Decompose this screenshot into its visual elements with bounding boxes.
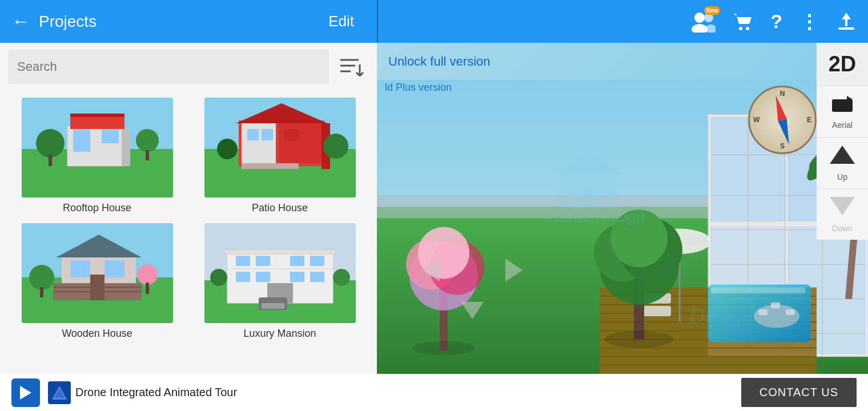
right-controls: 2D Aerial Up Down [817,43,868,240]
svg-rect-127 [832,99,853,112]
svg-rect-21 [146,150,149,160]
svg-rect-62 [224,249,336,254]
compass-needle-north [771,94,787,121]
project-item-patio[interactable]: Patio House [188,93,371,219]
svg-rect-59 [290,272,304,282]
svg-rect-17 [122,129,130,166]
up-label: Up [837,172,847,182]
projects-title: Projects [39,13,328,31]
project-label-patio: Patio House [252,202,308,214]
svg-rect-64 [262,303,284,309]
svg-point-33 [323,134,348,159]
down-icon [830,196,855,221]
svg-point-1 [692,24,708,33]
help-icon[interactable]: ? [770,10,782,33]
unlock-banner[interactable]: Unlock full version [377,43,868,80]
project-item-luxury[interactable]: Luxury Mansion [188,219,371,344]
svg-marker-129 [830,146,855,164]
sort-icon [338,54,365,79]
luxury-mansion-svg [204,223,356,323]
projects-grid: Rooftop House [0,91,377,346]
up-icon [830,144,855,170]
svg-rect-56 [310,256,324,266]
upload-icon[interactable] [836,11,857,32]
cart-icon-svg [733,11,753,32]
svg-point-47 [137,264,158,285]
svg-point-4 [739,27,742,30]
svg-rect-104 [640,306,671,316]
svg-point-45 [29,265,54,290]
down-button[interactable]: Down [817,188,868,240]
svg-rect-97 [758,309,767,315]
project-thumb-luxury [204,223,356,323]
rooftop-house-svg [22,98,173,198]
project-label-rooftop: Rooftop House [63,202,131,214]
svg-point-3 [705,25,716,33]
project-thumb-rooftop [22,98,173,198]
camera-icon-svg [831,95,854,113]
svg-point-65 [210,269,227,286]
up-arrow-svg [830,144,855,165]
compass-circle: N S E W [748,86,817,154]
svg-rect-29 [284,129,299,140]
svg-rect-43 [105,260,124,277]
right-main: Unlock full version ld Plus version [377,43,868,374]
svg-rect-60 [310,272,324,282]
camera-icon [831,94,854,118]
cart-icon[interactable] [733,11,753,32]
svg-point-116 [412,341,475,354]
upload-icon-svg [836,11,857,32]
svg-point-0 [694,13,705,23]
project-label-luxury: Luxury Mansion [243,328,316,340]
svg-rect-44 [90,275,105,300]
people-icon-container[interactable]: New [690,11,716,33]
svg-rect-28 [262,129,273,140]
svg-rect-99 [771,303,780,308]
back-button[interactable]: ← [11,11,30,32]
contact-us-button[interactable]: CONTACT US [741,378,857,407]
search-bar [0,43,377,91]
up-button[interactable]: Up [817,137,868,188]
svg-rect-6 [838,27,854,30]
bottom-ad-bar: Drone Integrated Animated Tour CONTACT U… [0,374,868,411]
svg-rect-48 [146,283,149,294]
header-right: New ? ⋮ [378,10,868,33]
header-left: ← Projects Edit [0,11,377,32]
edit-button[interactable]: Edit [328,13,354,30]
svg-point-32 [217,139,238,159]
aerial-camera-button[interactable]: Aerial [817,86,868,137]
svg-rect-46 [40,287,43,297]
search-input[interactable] [8,50,329,84]
unlock-text: Unlock full version [388,54,491,69]
view-2d-button[interactable]: 2D [817,43,868,86]
project-thumb-wooden [22,223,173,323]
svg-point-109 [610,209,668,267]
svg-point-66 [333,269,350,286]
ad-logo [48,381,71,404]
aerial-label: Aerial [832,120,853,130]
top-header: ← Projects Edit New ? ⋮ [0,0,868,43]
ad-logo-svg [51,384,68,401]
left-panel: Rooftop House [0,43,377,374]
svg-rect-95 [711,288,805,293]
svg-marker-128 [847,96,853,99]
svg-rect-53 [236,256,250,266]
svg-rect-27 [247,129,259,140]
ad-text: Drone Integrated Animated Tour [75,386,741,399]
project-label-wooden: Wooden House [62,328,132,340]
project-thumb-patio [204,98,356,198]
more-icon[interactable]: ⋮ [799,10,819,33]
compass-w-label: W [753,116,760,124]
down-label: Down [832,224,853,233]
sort-button[interactable] [335,50,369,84]
svg-rect-57 [236,272,250,282]
project-item-rooftop[interactable]: Rooftop House [6,93,188,219]
svg-rect-19 [49,155,52,166]
down-arrow-svg [830,196,855,216]
svg-point-20 [136,129,159,152]
svg-rect-55 [290,256,304,266]
plus-version-text: ld Plus version [385,82,452,94]
svg-rect-98 [786,309,795,315]
svg-rect-34 [242,163,299,169]
project-item-wooden[interactable]: Wooden House [6,219,188,344]
